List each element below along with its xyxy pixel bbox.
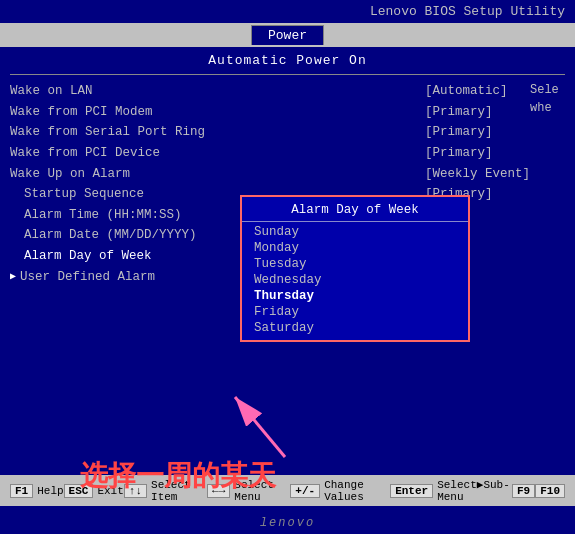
- menu-item-wake-serial[interactable]: Wake from Serial Port Ring: [10, 122, 415, 143]
- key-group-f1: F1 Help: [10, 484, 64, 498]
- key-group-f9: F9: [512, 484, 535, 498]
- section-title: Automatic Power On: [0, 47, 575, 72]
- value-wake-alarm: [Weekly Event]: [425, 164, 565, 185]
- key-group-plusminus: +/- Change Values: [290, 479, 390, 503]
- dropdown-item-sunday[interactable]: Sunday: [242, 224, 468, 240]
- divider: [10, 74, 565, 75]
- key-plusminus-label: Change Values: [324, 479, 390, 503]
- key-enter-label: Select▶Sub-Menu: [437, 478, 512, 503]
- key-f1-label: Help: [37, 485, 63, 497]
- value-wake-pci-device: [Primary]: [425, 143, 565, 164]
- app-title-bar: Lenovo BIOS Setup Utility: [0, 0, 575, 23]
- dropdown-item-thursday[interactable]: Thursday: [242, 288, 468, 304]
- arrow-annotation: [205, 387, 325, 467]
- dropdown-item-friday[interactable]: Friday: [242, 304, 468, 320]
- value-wake-serial: [Primary]: [425, 122, 565, 143]
- menu-item-wake-pci-device[interactable]: Wake from PCI Device: [10, 143, 415, 164]
- dropdown-item-monday[interactable]: Monday: [242, 240, 468, 256]
- svg-line-1: [235, 397, 285, 457]
- chinese-annotation: 选择一周的某天: [80, 457, 276, 495]
- menu-item-wake-alarm[interactable]: Wake Up on Alarm: [10, 164, 415, 185]
- menu-item-wake-on-lan[interactable]: Wake on LAN: [10, 81, 415, 102]
- key-group-enter: Enter Select▶Sub-Menu: [390, 478, 512, 503]
- side-hint-line2: whe: [530, 101, 552, 115]
- key-enter: Enter: [390, 484, 433, 498]
- annotation-arrow-svg: [205, 387, 325, 467]
- tab-power[interactable]: Power: [251, 25, 324, 45]
- menu-item-wake-pci-modem[interactable]: Wake from PCI Modem: [10, 102, 415, 123]
- brand-bar: lenovo: [0, 516, 575, 530]
- key-f1: F1: [10, 484, 33, 498]
- key-group-f10: F10: [535, 484, 565, 498]
- side-hint-line1: Sele: [530, 83, 559, 97]
- dropdown-item-saturday[interactable]: Saturday: [242, 320, 468, 336]
- dropdown-item-wednesday[interactable]: Wednesday: [242, 272, 468, 288]
- key-plusminus: +/-: [290, 484, 320, 498]
- key-f9: F9: [512, 484, 535, 498]
- brand-label: lenovo: [260, 516, 315, 530]
- key-f10: F10: [535, 484, 565, 498]
- app-title: Lenovo BIOS Setup Utility: [370, 4, 565, 19]
- dropdown-item-tuesday[interactable]: Tuesday: [242, 256, 468, 272]
- side-hint: Sele whe: [530, 81, 575, 117]
- dropdown-alarm-day[interactable]: Alarm Day of Week Sunday Monday Tuesday …: [240, 195, 470, 342]
- tab-bar: Power: [0, 23, 575, 47]
- content-wrapper: Wake on LAN Wake from PCI Modem Wake fro…: [0, 77, 575, 534]
- dropdown-title: Alarm Day of Week: [242, 201, 468, 222]
